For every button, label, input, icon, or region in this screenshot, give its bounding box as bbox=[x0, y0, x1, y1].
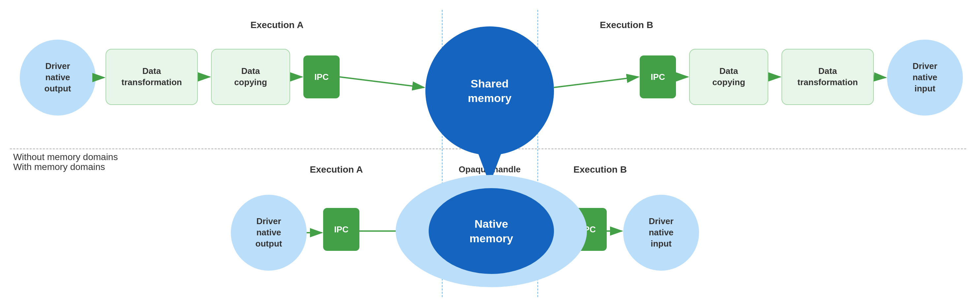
data-transform-a: Data transformation bbox=[105, 49, 198, 105]
driver-native-output-bot: Driver native output bbox=[231, 195, 307, 271]
diagram-container: Without memory domains With memory domai… bbox=[0, 0, 980, 303]
ipc-a: IPC bbox=[303, 56, 340, 98]
exec-a-bot-label: Execution A bbox=[297, 164, 376, 175]
exec-a-top-label: Execution A bbox=[237, 20, 317, 30]
svg-line-7 bbox=[554, 77, 638, 88]
shared-memory: Shared memory bbox=[425, 26, 554, 155]
exec-b-bot-label: Execution B bbox=[560, 164, 640, 175]
driver-native-output-top: Driver native output bbox=[20, 40, 95, 115]
data-copy-b: Data copying bbox=[689, 49, 768, 105]
svg-line-6 bbox=[340, 77, 424, 88]
data-transform-b: Data transformation bbox=[781, 49, 874, 105]
with-memory-domains-label: With memory domains bbox=[13, 162, 105, 172]
data-copy-a: Data copying bbox=[211, 49, 290, 105]
without-memory-domains-label: Without memory domains bbox=[13, 152, 118, 163]
opaque-handle-label: Opaque handle bbox=[442, 164, 538, 175]
driver-native-input-bot: Driver native input bbox=[623, 195, 699, 271]
svg-line-10 bbox=[874, 77, 886, 78]
ipc-b: IPC bbox=[640, 56, 676, 98]
ipc-c: IPC bbox=[323, 208, 360, 251]
native-memory: Native memory bbox=[429, 188, 554, 274]
exec-b-top-label: Execution B bbox=[587, 20, 666, 30]
driver-native-input-top: Driver native input bbox=[887, 40, 963, 115]
